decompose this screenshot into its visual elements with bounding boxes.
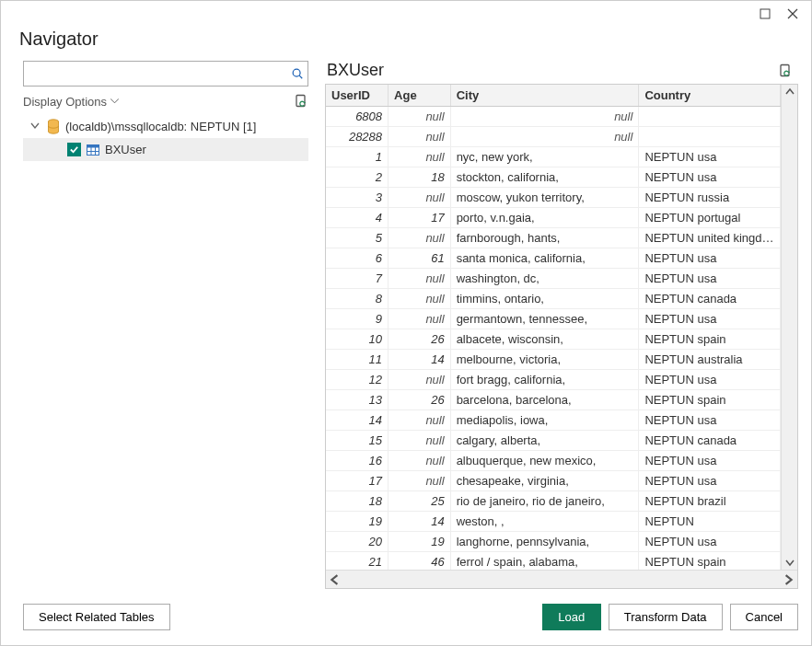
cell-userid: 18 [326,491,389,512]
scroll-left-icon[interactable] [328,572,342,587]
cancel-button[interactable]: Cancel [730,604,798,630]
column-header[interactable]: City [450,85,639,107]
table-header-row: UserIDAgeCityCountry [326,85,781,107]
load-button[interactable]: Load [542,604,601,630]
table-row[interactable]: 218stockton, california,NEPTUN usa [326,167,781,188]
cell-country: NEPTUN usa [639,410,781,431]
cell-userid: 20 [326,532,389,552]
cell-city: stockton, california, [450,167,639,188]
cell-country: NEPTUN [639,512,781,532]
table-row[interactable]: 17nullchesapeake, virginia,NEPTUN usa [326,471,781,491]
cell-city: null [450,127,639,147]
cell-age: null [389,431,451,451]
cell-country: NEPTUN australia [639,350,781,370]
cell-country: NEPTUN spain [639,552,781,571]
column-header[interactable]: Country [639,85,781,107]
table-row[interactable]: 12nullfort bragg, california,NEPTUN usa [326,370,781,390]
table-row[interactable]: 417porto, v.n.gaia,NEPTUN portugal [326,208,781,228]
table-row[interactable]: 3nullmoscow, yukon territory,NEPTUN russ… [326,188,781,208]
cell-age: null [389,188,451,208]
cell-userid: 3 [326,188,389,208]
svg-point-3 [293,69,300,76]
cell-age: null [389,269,451,289]
vertical-scrollbar[interactable] [781,85,797,570]
table-row[interactable]: 5nullfarnborough, hants,NEPTUN united ki… [326,228,781,248]
search-icon[interactable] [287,62,307,86]
cell-userid: 15 [326,431,389,451]
cell-age: null [389,127,451,147]
scroll-up-icon[interactable] [783,85,797,99]
table-row[interactable]: 14nullmediapolis, iowa,NEPTUN usa [326,410,781,431]
cell-country: NEPTUN usa [639,471,781,491]
cell-userid: 2 [326,167,389,188]
cell-country: NEPTUN spain [639,329,781,350]
table-row[interactable]: 2146ferrol / spain, alabama,NEPTUN spain [326,552,781,571]
cell-age: null [389,309,451,329]
cell-userid: 10 [326,329,389,350]
table-row[interactable]: 7nullwashington, dc,NEPTUN usa [326,269,781,289]
dialog-title: Navigator [1,21,811,53]
cell-city: calgary, alberta, [450,431,639,451]
table-row[interactable]: 1nullnyc, new york,NEPTUN usa [326,147,781,167]
table-row[interactable]: 2019langhorne, pennsylvania,NEPTUN usa [326,532,781,552]
scroll-down-icon[interactable] [783,555,797,570]
search-field[interactable] [23,61,308,87]
preview-refresh-icon[interactable] [778,63,793,78]
cell-userid: 4 [326,208,389,228]
select-related-tables-button[interactable]: Select Related Tables [23,604,170,630]
table-row[interactable]: 15nullcalgary, alberta,NEPTUN canada [326,431,781,451]
cell-age: 46 [389,552,451,571]
titlebar [1,1,811,21]
table-row[interactable]: 6808nullnull [326,107,781,127]
cell-country: NEPTUN usa [639,532,781,552]
cell-userid: 13 [326,390,389,410]
column-header[interactable]: Age [389,85,451,107]
cell-country: NEPTUN united kingdom [639,228,781,248]
table-row[interactable]: 1114melbourne, victoria,NEPTUN australia [326,350,781,370]
horizontal-scrollbar[interactable] [326,570,797,588]
transform-data-button[interactable]: Transform Data [609,604,723,630]
table-row[interactable]: 661santa monica, california,NEPTUN usa [326,248,781,269]
cell-country [639,127,781,147]
cell-city: santa monica, california, [450,248,639,269]
cell-userid: 16 [326,451,389,471]
cell-userid: 7 [326,269,389,289]
column-header[interactable]: UserID [326,85,389,107]
table-row[interactable]: 28288nullnull [326,127,781,147]
cell-age: null [389,228,451,248]
table-row[interactable]: 1914weston, ,NEPTUN [326,512,781,532]
refresh-icon[interactable] [294,94,308,109]
chevron-down-icon [110,98,119,104]
tree-checkbox[interactable] [67,143,81,156]
display-options-dropdown[interactable]: Display Options [23,95,119,109]
table-row[interactable]: 1026albacete, wisconsin,NEPTUN spain [326,329,781,350]
cell-country: NEPTUN canada [639,431,781,451]
cell-age: 26 [389,390,451,410]
close-icon[interactable] [787,8,800,21]
cell-userid: 12 [326,370,389,390]
tree-table-node[interactable]: BXUser [23,138,308,161]
cell-country: NEPTUN spain [639,390,781,410]
tree-database-node[interactable]: (localdb)\mssqllocaldb: NEPTUN [1] [23,114,308,138]
cell-country: NEPTUN brazil [639,491,781,512]
scroll-right-icon[interactable] [781,572,795,587]
table-row[interactable]: 16nullalbuquerque, new mexico,NEPTUN usa [326,451,781,471]
cell-country [639,107,781,127]
svg-rect-0 [760,9,770,18]
cell-city: washington, dc, [450,269,639,289]
navigator-tree-panel: Display Options [23,61,308,589]
preview-title: BXUser [327,61,384,80]
maximize-icon[interactable] [760,8,772,21]
cell-country: NEPTUN russia [639,188,781,208]
collapse-icon[interactable] [30,120,41,133]
table-row[interactable]: 9nullgermantown, tennessee,NEPTUN usa [326,309,781,329]
table-row[interactable]: 8nulltimmins, ontario,NEPTUN canada [326,289,781,309]
cell-userid: 5 [326,228,389,248]
cell-userid: 6 [326,248,389,269]
table-row[interactable]: 1326barcelona, barcelona,NEPTUN spain [326,390,781,410]
cell-city: germantown, tennessee, [450,309,639,329]
search-input[interactable] [24,62,287,86]
table-row[interactable]: 1825rio de janeiro, rio de janeiro,NEPTU… [326,491,781,512]
preview-table-container: UserIDAgeCityCountry 6808nullnull28288nu… [325,84,798,589]
svg-rect-8 [87,144,99,147]
